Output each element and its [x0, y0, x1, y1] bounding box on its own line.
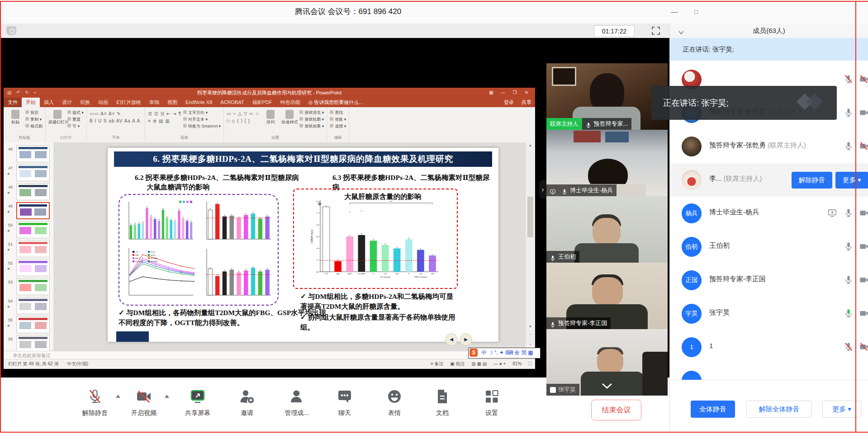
fit-to-window-icon[interactable]: ⛶: [528, 361, 531, 366]
ppt-tab-4[interactable]: 切换: [76, 98, 94, 107]
slide-thumbnail-50[interactable]: [16, 221, 50, 238]
member-camera-icon[interactable]: [859, 208, 868, 219]
slide-thumbnail-51[interactable]: [16, 240, 50, 257]
toolbar-invite-button[interactable]: 邀请: [228, 388, 266, 417]
member-camera-icon[interactable]: [859, 108, 868, 118]
ime-option[interactable]: ⌨: [505, 348, 513, 357]
ppt-tab-3[interactable]: 设计: [58, 98, 76, 107]
toolbar-share-screen-button[interactable]: 共享屏幕: [179, 388, 217, 417]
member-mic-icon[interactable]: [844, 342, 854, 353]
ribbon-item[interactable]: 节 ▾: [67, 123, 84, 130]
slide-thumbnail-49[interactable]: [16, 202, 50, 219]
member-row-预答辩专家-李正国[interactable]: 正国预答辩专家-李正国: [670, 264, 868, 297]
ribbon-button[interactable]: 粘贴: [6, 108, 24, 124]
member-mic-icon[interactable]: [844, 208, 854, 219]
member-mic-icon[interactable]: [844, 74, 854, 85]
member-camera-icon[interactable]: [859, 308, 868, 319]
ime-option[interactable]: 简: [521, 348, 526, 357]
slide-thumbnail-53[interactable]: [16, 278, 50, 295]
scrollbar-thumb[interactable]: [527, 197, 533, 237]
ribbon-item[interactable]: 文字方向 ▾: [183, 109, 221, 116]
unmute-member-button[interactable]: 解除静音: [792, 172, 832, 189]
slide-thumbnail-46[interactable]: [16, 145, 50, 162]
member-row-博士毕业生-杨兵[interactable]: 杨兵博士毕业生-杨兵: [670, 197, 868, 230]
member-row-张宇昊[interactable]: 宇昊张宇昊: [670, 297, 868, 330]
member-mic-icon[interactable]: [844, 275, 854, 286]
comments-toggle[interactable]: ▣ 批注: [450, 361, 465, 366]
maximize-button[interactable]: □: [689, 6, 703, 17]
ppt-vertical-scrollbar[interactable]: ▲ ▼ ⌃ ⌄: [525, 142, 535, 351]
member-row-预答辩专家-张乾勇[interactable]: 预答辩专家-张乾勇(联席主持人): [670, 130, 868, 163]
video-strip-collapse-chevron[interactable]: [601, 382, 613, 390]
member-camera-icon[interactable]: [859, 342, 868, 353]
ribbon-item[interactable]: 替换 ▾: [330, 116, 346, 123]
ribbon-button[interactable]: 新建幻灯片: [48, 108, 66, 124]
ime-option[interactable]: ☽: [488, 348, 493, 357]
ppt-tab-12[interactable]: 特色功能: [276, 98, 304, 107]
ribbon-item[interactable]: 形状效果 ▾: [299, 123, 324, 130]
toolbar-camera-off-button[interactable]: 开启视频: [125, 388, 163, 417]
view-buttons[interactable]: ▥ ▦ ▤: [471, 361, 487, 366]
slide-thumbnail-54[interactable]: [16, 297, 50, 314]
toolbar-doc-button[interactable]: 文档: [423, 388, 461, 417]
end-meeting-button[interactable]: 结束会议: [591, 400, 641, 420]
scroll-up-icon[interactable]: ▲: [526, 143, 535, 151]
ppt-window-controls[interactable]: ▦—❐✕: [485, 88, 532, 98]
slide-prev-arrow[interactable]: ◀: [445, 333, 458, 346]
ribbon-item[interactable]: 重置: [67, 116, 84, 123]
video-strip-expand-handle[interactable]: ›: [539, 180, 546, 199]
ppt-tab-2[interactable]: 插入: [40, 98, 58, 107]
ime-option[interactable]: ▦: [528, 348, 533, 357]
slide-thumbnail-52[interactable]: [16, 259, 50, 276]
ppt-tab-1[interactable]: 开始: [22, 98, 40, 107]
ppt-quick-access-icons[interactable]: ▤ ↶ ↻ ⌁: [7, 88, 38, 98]
ribbon-controls[interactable]: ☰ ☲ ☱ ⇤ ⇥ ¶≡ ≣ ▤ ▥: [148, 110, 181, 125]
ime-option[interactable]: 全: [514, 348, 520, 357]
unmute-all-button[interactable]: 解除全体静音: [746, 401, 812, 418]
member-row-李...[interactable]: 李...(联席主持人)解除静音更多 ▾: [670, 163, 868, 197]
member-mic-icon[interactable]: [844, 108, 854, 118]
caret-up-icon[interactable]: [165, 395, 169, 398]
ribbon-item[interactable]: 剪切: [25, 109, 43, 116]
member-camera-icon[interactable]: [859, 141, 868, 152]
slide-thumbnail-48[interactable]: [16, 183, 50, 200]
ppt-tab-5[interactable]: 动画: [94, 98, 112, 107]
ribbon-item[interactable]: 形状轮廓 ▾: [299, 116, 324, 123]
video-tile-预答辩专家...[interactable]: 联席主持人预答辩专家...: [546, 63, 668, 130]
ribbon-item[interactable]: 对齐文本 ▾: [183, 116, 221, 123]
member-row-王伯初[interactable]: 伯初王伯初: [670, 230, 868, 264]
ribbon-controls[interactable]: ▭▭ A˄ A˅ ✎B I U S ab AV Aa A A: [90, 110, 140, 125]
sogou-ime-bar[interactable]: S 中☽°,✦⌨全简▦: [468, 348, 541, 359]
ppt-tab-11[interactable]: 福昕PDF: [248, 98, 276, 107]
ribbon-item[interactable]: 选择 ▾: [330, 123, 346, 130]
video-tile-预答辩专家-李正国[interactable]: 预答辩专家-李正国: [546, 263, 668, 329]
zoom-slider[interactable]: — ● +: [493, 361, 506, 366]
ppt-share-button[interactable]: 共享: [522, 99, 531, 105]
video-tile-博士毕业生-杨兵[interactable]: 博士毕业生-杨兵: [546, 130, 668, 196]
notes-toggle[interactable]: ≡ 备注: [431, 361, 444, 366]
ribbon-item[interactable]: 查找: [330, 109, 346, 116]
ribbon-controls[interactable]: ▭ ○ △ ▽ ⇨ ☆□ ◇ ( ) { }: [227, 110, 260, 125]
ime-option[interactable]: 中: [481, 348, 487, 357]
scroll-down-icon[interactable]: ▼: [526, 325, 535, 332]
member-mic-icon[interactable]: [844, 141, 854, 152]
member-more-button[interactable]: 更多 ▾: [835, 172, 868, 189]
ppt-tab-9[interactable]: EndNote X8: [181, 98, 216, 107]
member-camera-icon[interactable]: [859, 275, 868, 286]
mute-all-button[interactable]: 全体静音: [691, 401, 735, 418]
ppt-tab-7[interactable]: 审阅: [145, 98, 163, 107]
ime-option[interactable]: °,: [494, 348, 498, 357]
member-mic-icon[interactable]: [844, 241, 854, 252]
member-mic-icon[interactable]: [844, 308, 854, 319]
member-row-1[interactable]: 11: [670, 330, 868, 364]
slide-next-arrow[interactable]: ▶: [460, 333, 472, 346]
ribbon-item[interactable]: 格式刷: [25, 123, 43, 130]
previous-slide-icon[interactable]: ⌃: [526, 334, 535, 341]
ribbon-button[interactable]: 排列: [261, 108, 280, 124]
caret-up-icon[interactable]: [116, 395, 120, 398]
toolbar-emoji-button[interactable]: 表情: [375, 388, 413, 417]
ppt-tab-0[interactable]: 文件: [4, 98, 22, 107]
member-camera-icon[interactable]: [859, 74, 868, 85]
member-camera-icon[interactable]: [859, 241, 868, 252]
sogou-logo-icon[interactable]: S: [470, 349, 478, 357]
